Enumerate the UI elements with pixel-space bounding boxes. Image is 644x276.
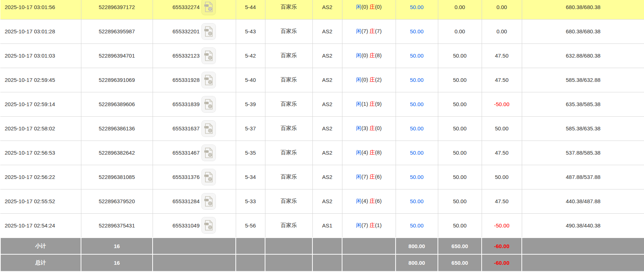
balance-cell: 632.88/680.38 <box>522 43 644 68</box>
total-win-loss: -60.00 <box>482 254 522 271</box>
video-replay-button[interactable] <box>201 193 216 210</box>
result-cell: 闲(4) 庄(8) <box>342 141 396 165</box>
video-replay-button[interactable] <box>201 0 216 15</box>
bet-time-cell: 2025-10-17 02:54:24 <box>0 213 81 238</box>
valid-amount-cell: 50.00 <box>438 92 482 116</box>
subtotal-empty-cell <box>265 238 312 254</box>
total-count: 16 <box>81 254 153 271</box>
game-type-cell: 百家乐 <box>265 213 312 238</box>
result-cell: 闲(4) 庄(6) <box>342 189 396 213</box>
total-empty-cell <box>342 254 396 271</box>
video-file-reel-icon <box>204 196 213 207</box>
valid-amount-cell: 50.00 <box>438 189 482 213</box>
subtotal-row: 小计 16 800.00 650.00 -60.00 <box>0 238 644 254</box>
banker-points: (8) <box>375 149 381 155</box>
round-number-cell: 5-43 <box>236 19 265 43</box>
table-row[interactable]: 2025-10-17 02:59:45 522896391069 6553319… <box>0 68 644 92</box>
table-row[interactable]: 2025-10-17 03:01:56 522896397172 6553322… <box>0 0 644 19</box>
win-loss-cell: 0.00 <box>482 0 522 19</box>
video-file-reel-icon <box>204 123 213 134</box>
balance-cell: 487.88/537.88 <box>522 165 644 189</box>
round-id-text: 655331376 <box>172 174 200 180</box>
bet-amount-cell: 50.00 <box>396 92 438 116</box>
table-row[interactable]: 2025-10-17 02:55:52 522896379520 6553312… <box>0 189 644 213</box>
table-row[interactable]: 2025-10-17 03:01:28 522896395987 6553322… <box>0 19 644 43</box>
balance-cell: 635.38/585.38 <box>522 92 644 116</box>
video-file-reel-icon <box>204 172 213 183</box>
bet-time-cell: 2025-10-17 02:59:14 <box>0 92 81 116</box>
subtotal-valid-amount: 650.00 <box>438 238 482 254</box>
round-id-cell: 655332274 <box>153 0 236 19</box>
video-replay-button[interactable] <box>201 47 216 64</box>
valid-amount-cell: 50.00 <box>438 165 482 189</box>
bet-id-cell: 522896395987 <box>81 19 153 43</box>
total-bet-amount: 800.00 <box>396 254 438 271</box>
player-points: (4) <box>362 198 368 204</box>
round-id-text: 655331467 <box>172 150 200 156</box>
table-row[interactable]: 2025-10-17 02:56:22 522896381085 6553313… <box>0 165 644 189</box>
total-empty-cell <box>153 254 236 271</box>
bet-amount-cell: 50.00 <box>396 165 438 189</box>
win-loss-cell: 50.00 <box>482 116 522 141</box>
game-type-cell: 百家乐 <box>265 189 312 213</box>
round-number-cell: 5-33 <box>236 189 265 213</box>
player-label: 闲 <box>356 28 362 34</box>
table-row[interactable]: 2025-10-17 02:54:24 522896375431 6553310… <box>0 213 644 238</box>
bet-time-cell: 2025-10-17 02:56:53 <box>0 141 81 165</box>
win-loss-cell: -50.00 <box>482 213 522 238</box>
table-code-cell: AS2 <box>312 165 342 189</box>
game-type-cell: 百家乐 <box>265 165 312 189</box>
valid-amount-cell: 50.00 <box>438 43 482 68</box>
round-id-cell: 655331637 <box>153 116 236 141</box>
balance-cell: 680.38/680.38 <box>522 19 644 43</box>
table-row[interactable]: 2025-10-17 02:59:14 522896389606 6553318… <box>0 92 644 116</box>
table-row[interactable]: 2025-10-17 02:58:02 522896386136 6553316… <box>0 116 644 141</box>
round-id-text: 655332201 <box>172 28 200 34</box>
valid-amount-cell: 50.00 <box>438 68 482 92</box>
video-file-reel-icon <box>204 75 213 85</box>
table-row[interactable]: 2025-10-17 03:01:03 522896394701 6553321… <box>0 43 644 68</box>
bet-id-cell: 522896381085 <box>81 165 153 189</box>
video-replay-button[interactable] <box>201 120 216 137</box>
player-label: 闲 <box>356 101 362 107</box>
bet-id-cell: 522896382642 <box>81 141 153 165</box>
table-code-cell: AS1 <box>312 213 342 238</box>
bet-id-cell: 522896386136 <box>81 116 153 141</box>
result-cell: 闲(0) 庄(0) <box>342 0 396 19</box>
banker-points: (6) <box>375 198 381 204</box>
round-id-cell: 655332123 <box>153 43 236 68</box>
table-code-cell: AS2 <box>312 19 342 43</box>
total-label: 总计 <box>0 254 81 271</box>
video-replay-button[interactable] <box>201 96 216 113</box>
game-type-cell: 百家乐 <box>265 68 312 92</box>
round-id-cell: 655331839 <box>153 92 236 116</box>
video-replay-button[interactable] <box>201 169 216 185</box>
subtotal-count: 16 <box>81 238 153 254</box>
video-replay-button[interactable] <box>201 23 216 40</box>
video-file-reel-icon <box>204 1 213 12</box>
round-id-text: 655331637 <box>172 125 200 131</box>
bet-time-cell: 2025-10-17 03:01:28 <box>0 19 81 43</box>
bet-history-viewport: 2025-10-17 03:01:56 522896397172 6553322… <box>0 0 644 276</box>
video-replay-button[interactable] <box>201 217 216 234</box>
video-replay-button[interactable] <box>201 72 216 88</box>
total-empty-cell <box>265 254 312 271</box>
banker-label: 庄 <box>370 101 375 107</box>
win-loss-cell: 47.50 <box>482 43 522 68</box>
win-loss-cell: -50.00 <box>482 92 522 116</box>
table-row[interactable]: 2025-10-17 02:56:53 522896382642 6553314… <box>0 141 644 165</box>
balance-cell: 680.38/680.38 <box>522 0 644 19</box>
player-points: (3) <box>362 125 368 131</box>
balance-cell: 537.88/585.38 <box>522 141 644 165</box>
bet-amount-cell: 50.00 <box>396 43 438 68</box>
video-file-reel-icon <box>204 50 213 61</box>
total-valid-amount: 650.00 <box>438 254 482 271</box>
player-label: 闲 <box>356 125 362 131</box>
player-points: (7) <box>362 222 368 228</box>
video-replay-button[interactable] <box>201 145 216 161</box>
round-id-text: 655331928 <box>172 77 200 83</box>
subtotal-win-loss: -60.00 <box>482 238 522 254</box>
round-id-text: 655331839 <box>172 101 200 107</box>
bet-time-cell: 2025-10-17 02:59:45 <box>0 68 81 92</box>
win-loss-cell: 50.00 <box>482 165 522 189</box>
